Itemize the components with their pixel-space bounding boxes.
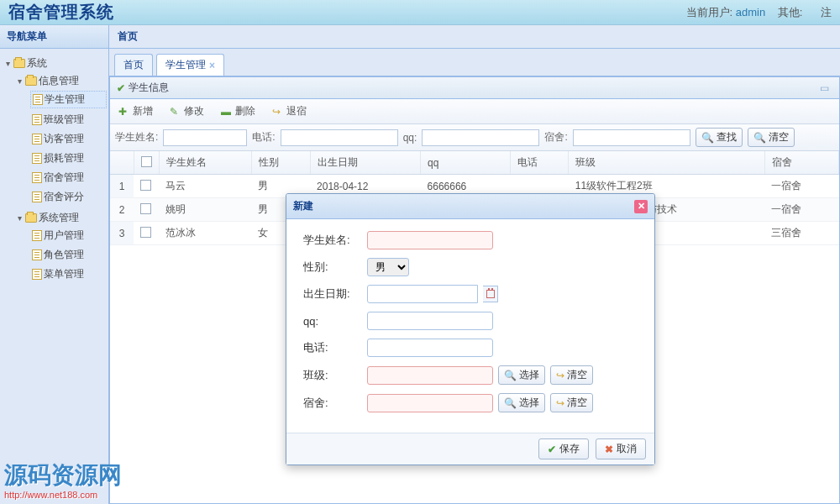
search-bar: 学生姓名: 电话: qq: 宿舍: 🔍查找 🔍清空 bbox=[110, 124, 839, 151]
class-pick-button[interactable]: 🔍选择 bbox=[498, 365, 545, 385]
add-icon: ✚ bbox=[118, 106, 130, 118]
delete-button[interactable]: ▬删除 bbox=[218, 102, 259, 120]
out-icon: ↪ bbox=[556, 397, 564, 409]
search-name-label: 学生姓名: bbox=[115, 130, 158, 144]
name-field[interactable] bbox=[367, 231, 493, 249]
tree-node-info[interactable]: ▾ 信息管理 bbox=[13, 73, 107, 89]
page-icon bbox=[32, 153, 42, 164]
tree-label: 宿舍评分 bbox=[44, 190, 84, 204]
sex-select[interactable]: 男 bbox=[367, 258, 409, 276]
check-icon: ✔ bbox=[548, 444, 556, 455]
add-button[interactable]: ✚新增 bbox=[115, 102, 156, 120]
tree-leaf-score[interactable]: 宿舍评分 bbox=[30, 189, 107, 205]
class-clear-button[interactable]: ↪清空 bbox=[550, 365, 593, 385]
calendar-button[interactable] bbox=[483, 286, 498, 302]
checkout-button[interactable]: ↪退宿 bbox=[269, 102, 310, 120]
tree-leaf-role[interactable]: 角色管理 bbox=[30, 247, 107, 263]
col-dorm[interactable]: 宿舍 bbox=[764, 151, 838, 175]
search-qq-input[interactable] bbox=[422, 129, 539, 146]
breadcrumb: 首页 bbox=[109, 25, 840, 49]
collapse-panel-icon[interactable]: ▭ bbox=[816, 82, 832, 94]
search-dorm-input[interactable] bbox=[573, 129, 690, 146]
btn-label: 清空 bbox=[567, 396, 587, 410]
btn-label: 退宿 bbox=[286, 104, 307, 118]
search-button[interactable]: 🔍查找 bbox=[696, 128, 743, 147]
phone-field[interactable] bbox=[367, 339, 493, 357]
birth-field[interactable] bbox=[367, 285, 478, 303]
tree-label: 系统 bbox=[27, 56, 47, 71]
new-dialog: 新建 ✕ 学生姓名: 性别:男 出生日期: qq: 电话: 班级: 🔍选择 ↪清… bbox=[286, 193, 655, 465]
row-checkbox[interactable] bbox=[140, 203, 151, 214]
col-class[interactable]: 班级 bbox=[569, 151, 764, 175]
col-birth[interactable]: 出生日期 bbox=[310, 151, 420, 175]
page-icon bbox=[32, 269, 42, 280]
toolbar: ✚新增 ✎修改 ▬删除 ↪退宿 bbox=[110, 99, 839, 124]
btn-label: 保存 bbox=[559, 442, 580, 456]
dorm-clear-button[interactable]: ↪清空 bbox=[550, 393, 593, 412]
dialog-title: 新建 bbox=[293, 199, 313, 213]
col-name[interactable]: 学生姓名 bbox=[159, 151, 251, 175]
field-label-sex: 性别: bbox=[303, 260, 362, 275]
tree-leaf-visitor[interactable]: 访客管理 bbox=[30, 131, 107, 147]
tree-leaf-user[interactable]: 用户管理 bbox=[30, 228, 107, 244]
col-phone[interactable]: 电话 bbox=[510, 151, 569, 175]
tree-leaf-menu[interactable]: 菜单管理 bbox=[30, 266, 107, 282]
field-label-birth: 出生日期: bbox=[303, 286, 362, 302]
search-phone-input[interactable] bbox=[281, 129, 398, 146]
app-header: 宿舍管理系统 当前用户: admin 其他: 注 bbox=[0, 0, 840, 25]
sidebar: 导航菜单 ▾ 系统 ▾ 信息管理 bbox=[0, 25, 109, 504]
col-sex[interactable]: 性别 bbox=[251, 151, 310, 175]
dorm-pick-button[interactable]: 🔍选择 bbox=[498, 393, 545, 412]
cell-checkbox bbox=[134, 198, 159, 222]
class-field[interactable] bbox=[367, 366, 493, 385]
tree-leaf-student[interactable]: 学生管理 bbox=[30, 91, 107, 108]
x-icon: ✖ bbox=[605, 444, 613, 455]
tree-label: 访客管理 bbox=[44, 132, 84, 146]
save-button[interactable]: ✔保存 bbox=[538, 438, 589, 459]
collapse-icon[interactable]: ▾ bbox=[15, 76, 24, 86]
col-qq[interactable]: qq bbox=[421, 151, 511, 175]
search-name-input[interactable] bbox=[163, 129, 247, 146]
tab-label: 首页 bbox=[123, 58, 144, 72]
tab-label: 学生管理 bbox=[165, 58, 206, 72]
tree-leaf-dorm[interactable]: 宿舍管理 bbox=[30, 170, 107, 186]
out-icon: ↪ bbox=[272, 106, 284, 118]
close-icon[interactable]: ✕ bbox=[634, 200, 648, 213]
btn-label: 清空 bbox=[567, 368, 587, 382]
logout-link[interactable]: 注 bbox=[821, 6, 832, 18]
edit-button[interactable]: ✎修改 bbox=[166, 102, 207, 120]
tree-node-system[interactable]: ▾ 系统 bbox=[2, 55, 107, 71]
watermark-text: 源码资源网 bbox=[4, 462, 122, 488]
watermark: 源码资源网 http://www.net188.com bbox=[4, 459, 122, 500]
clear-search-button[interactable]: 🔍清空 bbox=[748, 128, 795, 147]
collapse-icon[interactable]: ▾ bbox=[15, 213, 24, 223]
field-label-phone: 电话: bbox=[303, 340, 362, 355]
cell-checkbox bbox=[134, 175, 159, 198]
qq-field[interactable] bbox=[367, 312, 493, 330]
page-icon bbox=[33, 94, 43, 105]
cancel-button[interactable]: ✖取消 bbox=[596, 438, 646, 459]
close-icon[interactable]: × bbox=[209, 60, 215, 71]
watermark-url: http://www.net188.com bbox=[4, 490, 122, 500]
cell-rownum: 3 bbox=[110, 222, 134, 245]
collapse-icon[interactable]: ▾ bbox=[3, 59, 12, 68]
cell-name: 范冰冰 bbox=[159, 222, 251, 245]
cell-name: 姚明 bbox=[159, 198, 251, 222]
checkbox-all[interactable] bbox=[141, 156, 152, 167]
tree-leaf-class[interactable]: 班级管理 bbox=[30, 112, 107, 128]
row-checkbox[interactable] bbox=[140, 180, 151, 191]
dialog-header[interactable]: 新建 ✕ bbox=[286, 194, 654, 219]
cell-dorm: 一宿舍 bbox=[764, 175, 838, 198]
tree-label: 角色管理 bbox=[44, 248, 84, 262]
nav-tree: ▾ 系统 ▾ 信息管理 学生管理 bbox=[0, 49, 108, 292]
tab-student[interactable]: 学生管理 × bbox=[156, 54, 224, 76]
tab-home[interactable]: 首页 bbox=[114, 54, 153, 76]
dorm-field[interactable] bbox=[367, 394, 493, 412]
user-name: admin bbox=[736, 6, 765, 18]
tree-leaf-loss[interactable]: 损耗管理 bbox=[30, 150, 107, 166]
tree-node-sysmgr[interactable]: ▾ 系统管理 bbox=[13, 210, 107, 226]
folder-icon bbox=[13, 59, 25, 68]
row-checkbox[interactable] bbox=[140, 227, 151, 238]
btn-label: 选择 bbox=[519, 368, 539, 382]
field-label-dorm: 宿舍: bbox=[303, 396, 362, 411]
